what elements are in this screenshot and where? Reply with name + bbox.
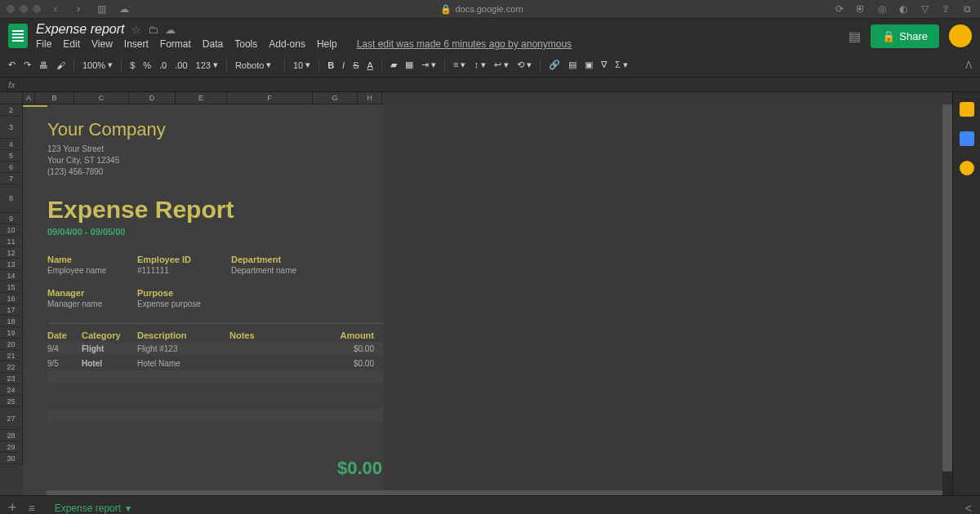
menu-insert[interactable]: Insert bbox=[124, 38, 149, 50]
bold-icon[interactable]: B bbox=[327, 60, 334, 70]
row-header[interactable]: 28 bbox=[0, 430, 23, 441]
row-header[interactable]: 16 bbox=[0, 293, 23, 304]
row-header[interactable]: 20 bbox=[0, 339, 23, 350]
comments-icon[interactable]: ▤ bbox=[849, 29, 861, 44]
row-header[interactable]: 30 bbox=[0, 453, 23, 464]
table-row[interactable] bbox=[47, 409, 382, 422]
table-row[interactable] bbox=[47, 433, 382, 446]
spreadsheet-grid[interactable]: A B C D E F G H 2 3 4 5 6 7 8 9 10 11 12… bbox=[0, 92, 952, 495]
back-button[interactable]: ‹ bbox=[47, 2, 64, 16]
fill-color-icon[interactable]: ▰ bbox=[390, 60, 397, 70]
star-icon[interactable]: ☆ bbox=[131, 24, 141, 36]
document-title[interactable]: Expense report bbox=[36, 22, 125, 37]
functions-icon[interactable]: Σ ▾ bbox=[615, 60, 628, 70]
user-avatar[interactable] bbox=[949, 24, 972, 47]
valign-icon[interactable]: ↕ ▾ bbox=[474, 60, 486, 70]
menu-tools[interactable]: Tools bbox=[234, 38, 257, 50]
decrease-decimal-icon[interactable]: .0 bbox=[159, 60, 167, 70]
undo-icon[interactable]: ↶ bbox=[8, 60, 16, 70]
reload-button[interactable]: ⟳ bbox=[831, 2, 848, 16]
menu-help[interactable]: Help bbox=[317, 38, 337, 50]
menu-format[interactable]: Format bbox=[160, 38, 191, 50]
link-icon[interactable]: 🔗 bbox=[549, 60, 560, 70]
filter-icon[interactable]: ∇ bbox=[601, 60, 607, 70]
row-header[interactable]: 10 bbox=[0, 224, 23, 236]
row-header[interactable]: 14 bbox=[0, 270, 23, 281]
row-header[interactable]: 9 bbox=[0, 213, 23, 224]
fontsize-select[interactable]: 10 ▾ bbox=[293, 60, 310, 70]
col-header-h[interactable]: H bbox=[358, 92, 382, 104]
table-row[interactable]: 9/5 Hotel Hotel Name $0.00 bbox=[47, 357, 382, 370]
row-header[interactable]: 27 bbox=[0, 407, 23, 430]
chart-icon[interactable]: ▣ bbox=[585, 60, 593, 70]
collapse-toolbar-icon[interactable]: ᐱ bbox=[965, 60, 972, 71]
row-header[interactable]: 4 bbox=[0, 139, 23, 150]
menu-edit[interactable]: Edit bbox=[63, 38, 80, 50]
cloud-icon[interactable]: ☁ bbox=[116, 2, 132, 16]
col-header-f[interactable]: F bbox=[227, 92, 313, 104]
col-header-g[interactable]: G bbox=[313, 92, 358, 104]
merge-icon[interactable]: ⇥ ▾ bbox=[421, 60, 436, 70]
table-row[interactable]: 9/4 Flight Flight #123 $0.00 bbox=[47, 342, 382, 355]
paint-format-icon[interactable]: 🖌 bbox=[56, 60, 65, 70]
currency-icon[interactable]: $ bbox=[130, 60, 135, 70]
row-header[interactable]: 3 bbox=[0, 116, 23, 139]
strike-icon[interactable]: S bbox=[353, 60, 359, 70]
menu-addons[interactable]: Add-ons bbox=[269, 38, 305, 50]
redo-icon[interactable]: ↷ bbox=[24, 60, 31, 70]
sheet-tab[interactable]: Expense report ▾ bbox=[47, 498, 139, 515]
col-header-c[interactable]: C bbox=[74, 92, 129, 104]
sheets-logo-icon[interactable] bbox=[8, 24, 28, 48]
wrap-icon[interactable]: ↩ ▾ bbox=[494, 60, 509, 70]
cells-area[interactable]: Your Company 123 Your Street Your City, … bbox=[23, 104, 952, 495]
add-sheet-button[interactable]: + bbox=[8, 499, 17, 514]
increase-decimal-icon[interactable]: .00 bbox=[175, 60, 187, 70]
row-header[interactable]: 23 bbox=[0, 373, 23, 384]
forward-button[interactable]: › bbox=[70, 2, 87, 16]
table-row[interactable] bbox=[47, 395, 382, 408]
formula-bar[interactable]: fx bbox=[0, 78, 980, 92]
share-icon[interactable]: ⇪ bbox=[939, 3, 952, 15]
ext-icon-2[interactable]: ◐ bbox=[897, 3, 910, 15]
row-header[interactable]: 6 bbox=[0, 162, 23, 173]
menu-view[interactable]: View bbox=[91, 38, 113, 50]
row-header[interactable]: 21 bbox=[0, 350, 23, 361]
move-icon[interactable]: 🗀 bbox=[148, 24, 158, 36]
font-select[interactable]: Roboto ▾ bbox=[235, 60, 276, 70]
ext-icon-1[interactable]: ◎ bbox=[875, 3, 889, 15]
print-icon[interactable]: 🖶 bbox=[39, 60, 48, 70]
row-header[interactable]: 17 bbox=[0, 304, 23, 316]
vertical-scrollbar[interactable] bbox=[942, 104, 952, 495]
explore-button[interactable]: < bbox=[965, 502, 972, 515]
zoom-select[interactable]: 100% ▾ bbox=[82, 60, 113, 70]
text-color-icon[interactable]: A bbox=[368, 60, 373, 70]
halign-icon[interactable]: ≡ ▾ bbox=[453, 60, 466, 70]
last-edit-link[interactable]: Last edit was made 6 minutes ago by anon… bbox=[357, 38, 572, 50]
row-header[interactable]: 8 bbox=[0, 184, 23, 213]
number-format-select[interactable]: 123▾ bbox=[196, 60, 218, 70]
row-header[interactable]: 13 bbox=[0, 259, 23, 270]
select-all-corner[interactable] bbox=[0, 92, 23, 104]
tasks-icon[interactable] bbox=[960, 161, 974, 175]
col-header-b[interactable]: B bbox=[35, 92, 74, 104]
share-button[interactable]: 🔒 Share bbox=[871, 24, 939, 48]
maximize-window-icon[interactable] bbox=[33, 5, 41, 13]
horizontal-scrollbar[interactable] bbox=[46, 490, 942, 495]
row-header[interactable]: 24 bbox=[0, 384, 23, 396]
col-header-a[interactable]: A bbox=[23, 92, 35, 104]
col-header-e[interactable]: E bbox=[176, 92, 227, 104]
borders-icon[interactable]: ▦ bbox=[405, 60, 413, 70]
table-row[interactable] bbox=[47, 370, 382, 383]
rotate-icon[interactable]: ⟲ ▾ bbox=[517, 60, 532, 70]
comment-icon[interactable]: ▤ bbox=[568, 60, 577, 70]
row-header[interactable]: 11 bbox=[0, 236, 23, 247]
row-header[interactable]: 7 bbox=[0, 173, 23, 184]
keep-icon[interactable] bbox=[960, 131, 974, 146]
sidebar-icon[interactable]: ▥ bbox=[93, 2, 109, 16]
row-header[interactable]: 19 bbox=[0, 327, 23, 339]
row-header[interactable]: 29 bbox=[0, 441, 23, 453]
row-header[interactable]: 22 bbox=[0, 361, 23, 373]
close-window-icon[interactable] bbox=[7, 5, 15, 13]
minimize-window-icon[interactable] bbox=[20, 5, 28, 13]
menu-data[interactable]: Data bbox=[203, 38, 223, 50]
